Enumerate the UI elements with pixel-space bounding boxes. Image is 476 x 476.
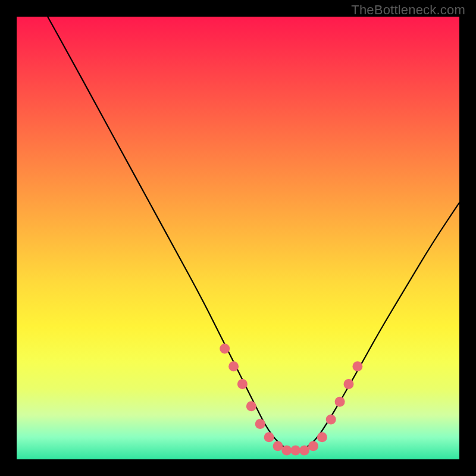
curve-layer bbox=[17, 17, 459, 459]
data-marker bbox=[246, 401, 256, 411]
data-marker bbox=[281, 446, 292, 456]
data-marker bbox=[220, 344, 230, 354]
bottleneck-curve bbox=[48, 17, 459, 450]
data-marker bbox=[352, 361, 362, 371]
data-marker bbox=[326, 415, 336, 425]
data-marker bbox=[273, 441, 283, 451]
data-marker bbox=[344, 379, 354, 389]
data-marker bbox=[255, 419, 265, 429]
data-marker bbox=[264, 432, 274, 442]
data-marker bbox=[228, 361, 239, 371]
gradient-plot-area bbox=[17, 17, 459, 459]
data-marker bbox=[317, 432, 327, 442]
chart-frame: TheBottleneck.com bbox=[0, 0, 476, 476]
data-marker bbox=[308, 441, 318, 451]
data-marker bbox=[290, 446, 300, 456]
data-marker bbox=[299, 446, 309, 456]
data-marker bbox=[335, 397, 345, 407]
data-marker bbox=[237, 379, 248, 389]
watermark-label: TheBottleneck.com bbox=[351, 2, 465, 18]
